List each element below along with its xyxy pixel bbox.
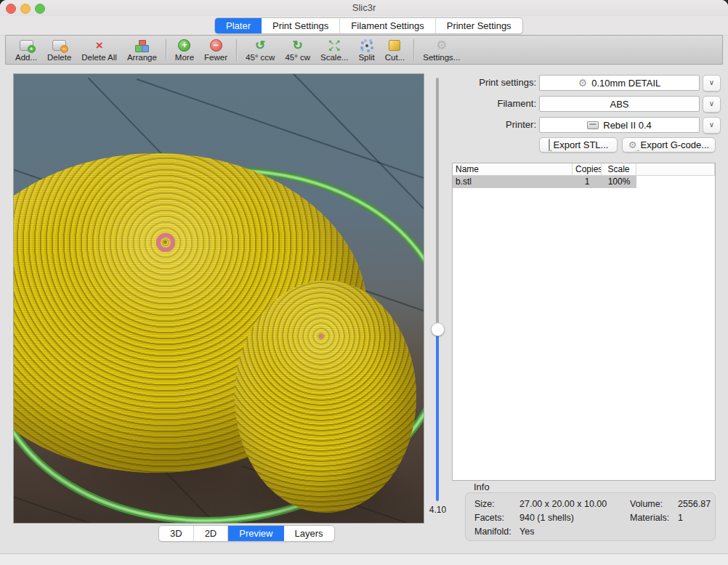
settings-label: Settings... xyxy=(423,53,460,62)
view-tab-layers[interactable]: Layers xyxy=(284,526,334,541)
filament-label: Filament: xyxy=(452,96,536,112)
cw-arrow-glyph: ↻ xyxy=(293,39,303,52)
green-arrow-icon: → xyxy=(546,145,554,153)
add-object-icon: + xyxy=(20,38,33,52)
column-header-copies[interactable]: Copies xyxy=(573,163,602,175)
more-button[interactable]: + More xyxy=(170,38,199,62)
rotate-ccw-label: 45° ccw xyxy=(246,53,275,62)
materials-label: Materials: xyxy=(630,513,678,523)
layer-slider: 4.10 xyxy=(424,73,452,522)
sliced-object-small[interactable] xyxy=(235,280,416,513)
arrange-icon xyxy=(135,38,148,52)
object-list[interactable]: Name Copies Scale b.stl 1 100% xyxy=(452,163,716,481)
scale-label: Scale... xyxy=(320,53,348,62)
3d-viewport[interactable] xyxy=(13,73,424,524)
export-gcode-icon: ⚙→ xyxy=(628,139,637,150)
export-stl-icon: → xyxy=(549,139,550,150)
main-tabs: Plater Print Settings Filament Settings … xyxy=(214,17,523,34)
more-copies-icon: + xyxy=(178,38,190,52)
split-label: Split xyxy=(358,53,374,62)
view-mode-tabs: 3D 2D Preview Layers xyxy=(158,525,335,542)
volume-value: 2556.87 xyxy=(678,499,711,509)
row-copies-cell: 1 xyxy=(573,176,602,188)
facets-value: 940 (1 shells) xyxy=(519,513,630,523)
tab-print-settings[interactable]: Print Settings xyxy=(262,18,340,33)
view-tab-2d[interactable]: 2D xyxy=(194,526,229,541)
export-gcode-button[interactable]: ⚙→ Export G-code... xyxy=(622,137,716,153)
more-label: More xyxy=(175,53,194,62)
minus-badge-icon: − xyxy=(60,45,68,53)
filament-value: ABS xyxy=(610,99,628,110)
object-list-header: Name Copies Scale xyxy=(453,163,715,176)
tab-printer-settings[interactable]: Printer Settings xyxy=(436,18,522,33)
tab-filament-settings[interactable]: Filament Settings xyxy=(340,18,435,33)
toolbar-separator xyxy=(166,39,166,61)
print-settings-combo[interactable]: ⚙ 0.10mm DETAIL xyxy=(539,75,700,91)
slider-track-upper[interactable] xyxy=(436,78,439,329)
chevron-down-icon: ∨ xyxy=(709,121,714,129)
cut-icon xyxy=(389,38,400,52)
settings-gear-icon: ⚙ xyxy=(436,38,447,52)
split-button[interactable]: Split xyxy=(353,38,379,62)
plus-badge-icon: + xyxy=(28,45,36,53)
slider-track-lower[interactable] xyxy=(436,329,439,501)
top-layer-highlight-dot xyxy=(319,334,323,338)
column-header-scale[interactable]: Scale xyxy=(602,163,636,175)
fewer-copies-icon: − xyxy=(210,38,222,52)
filament-dropdown-button[interactable]: ∨ xyxy=(703,96,721,113)
printer-value: Rebel II 0.4 xyxy=(603,120,652,131)
row-filler-cell xyxy=(636,176,715,188)
toolbar: + Add... − Delete × Delete All Arrange +… xyxy=(5,35,723,65)
export-stl-label: Export STL... xyxy=(554,139,609,150)
volume-label: Volume: xyxy=(630,499,678,509)
delete-label: Delete xyxy=(47,53,71,62)
scale-button[interactable]: ↖↗↙↘ Scale... xyxy=(315,38,353,62)
fewer-label: Fewer xyxy=(204,53,227,62)
delete-button[interactable]: − Delete xyxy=(42,38,76,62)
row-scale-cell: 100% xyxy=(602,176,636,188)
table-row[interactable]: b.stl 1 100% xyxy=(453,176,715,188)
info-section-title: Info xyxy=(474,481,490,492)
slider-thumb[interactable] xyxy=(431,322,445,336)
delete-all-label: Delete All xyxy=(81,53,117,62)
cubes-glyph xyxy=(135,40,148,52)
row-name-cell: b.stl xyxy=(453,176,573,188)
rotate-ccw-icon: ↺ xyxy=(255,38,265,52)
printer-dropdown-button[interactable]: ∨ xyxy=(703,117,721,134)
delete-all-button[interactable]: × Delete All xyxy=(76,38,122,62)
split-dots-glyph xyxy=(361,40,373,52)
rotate-cw-button[interactable]: ↻ 45° cw xyxy=(280,38,315,62)
info-spacer xyxy=(630,527,678,537)
slic3r-window: Slic3r Plater Print Settings Filament Se… xyxy=(0,0,728,565)
tab-plater[interactable]: Plater xyxy=(215,18,262,33)
rotate-cw-icon: ↻ xyxy=(293,38,303,52)
size-label: Size: xyxy=(474,499,519,509)
green-arrow-icon: → xyxy=(634,145,641,153)
layer-height-value: 4.10 xyxy=(424,505,452,515)
print-settings-dropdown-button[interactable]: ∨ xyxy=(703,75,721,92)
toolbar-separator xyxy=(236,39,237,61)
filament-combo[interactable]: ABS xyxy=(539,96,700,112)
rotate-cw-label: 45° cw xyxy=(285,53,310,62)
add-button[interactable]: + Add... xyxy=(10,38,42,62)
fewer-button[interactable]: − Fewer xyxy=(199,38,232,62)
printer-label: Printer: xyxy=(452,117,536,133)
rotate-ccw-button[interactable]: ↺ 45° ccw xyxy=(240,38,280,62)
chevron-down-icon: ∨ xyxy=(709,99,714,107)
manifold-label: Manifold: xyxy=(474,527,519,537)
gear-glyph: ⚙ xyxy=(436,39,447,52)
settings-button[interactable]: ⚙ Settings... xyxy=(418,38,465,62)
column-header-name[interactable]: Name xyxy=(453,163,573,175)
minus-circle-glyph: − xyxy=(210,39,222,52)
cut-button[interactable]: Cut... xyxy=(380,38,410,62)
printer-combo[interactable]: Rebel II 0.4 xyxy=(539,117,700,133)
print-settings-value: 0.10mm DETAIL xyxy=(591,78,660,89)
view-tab-preview[interactable]: Preview xyxy=(228,526,283,541)
view-tab-3d[interactable]: 3D xyxy=(159,526,194,541)
delete-object-icon: − xyxy=(52,38,66,52)
column-header-filler xyxy=(636,163,715,175)
export-stl-button[interactable]: → Export STL... xyxy=(539,137,618,153)
size-value: 27.00 x 20.00 x 10.00 xyxy=(519,499,630,509)
chevron-down-icon: ∨ xyxy=(709,78,714,86)
arrange-button[interactable]: Arrange xyxy=(122,38,162,62)
